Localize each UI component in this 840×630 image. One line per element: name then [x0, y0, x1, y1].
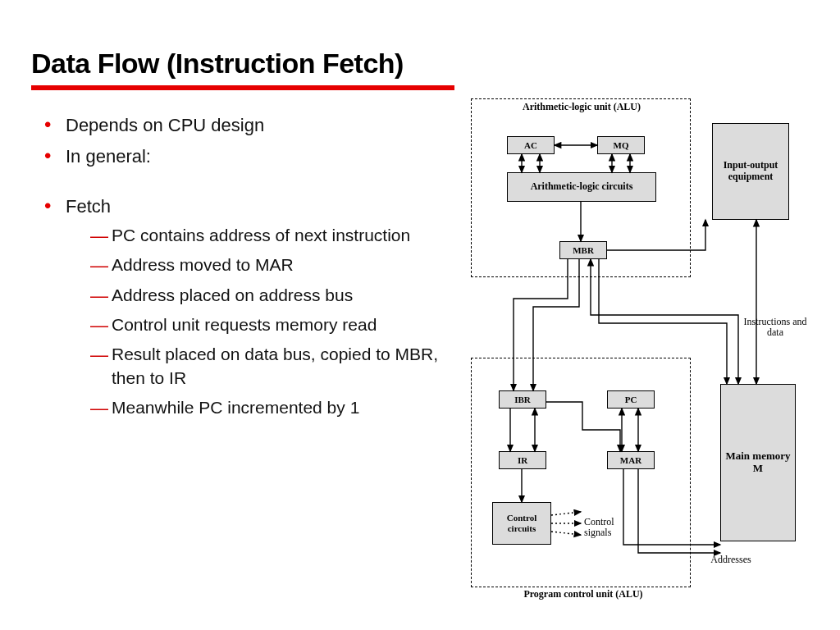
dash-list: PC contains address of next instruction … — [66, 224, 443, 419]
alu-circuits-block: Arithmetic-logic circuits — [507, 172, 656, 202]
control-signals-label: Control signals — [584, 517, 633, 538]
dash-item: PC contains address of next instruction — [66, 224, 443, 247]
dash-item: Address moved to MAR — [66, 253, 443, 276]
ir-register-block: IR — [499, 451, 546, 469]
control-circuits-block: Control circuits — [492, 502, 551, 545]
bullet-list: Depends on CPU design In general: — [41, 113, 443, 168]
ibr-register-block: IBR — [499, 390, 546, 409]
mq-register-block: MQ — [597, 136, 645, 154]
title-underline — [31, 85, 454, 90]
dash-item: Meanwhile PC incremented by 1 — [66, 396, 443, 419]
spacer — [41, 175, 443, 194]
alu-group-label: Arithmetic-logic unit (ALU) — [497, 102, 666, 112]
instructions-data-label: Instructions and data — [738, 317, 812, 338]
mar-register-block: MAR — [607, 451, 655, 469]
bullet-item: Fetch PC contains address of next instru… — [41, 194, 443, 419]
addresses-label: Addresses — [702, 555, 760, 565]
ac-register-block: AC — [507, 136, 555, 154]
pc-register-block: PC — [607, 390, 655, 409]
dash-item: Control unit requests memory read — [66, 313, 443, 336]
mbr-register-block: MBR — [559, 241, 607, 259]
bullet-item: In general: — [41, 144, 443, 169]
pcu-group-label: Program control unit (ALU) — [505, 589, 661, 600]
main-memory-block: Main memory M — [720, 384, 796, 541]
dash-item: Result placed on data bus, copied to MBR… — [66, 343, 443, 390]
slide-title: Data Flow (Instruction Fetch) — [31, 48, 404, 80]
dash-item: Address placed on address bus — [66, 284, 443, 307]
io-equipment-block: Input-output equipment — [712, 123, 789, 220]
bullet-label: Fetch — [66, 196, 111, 217]
bullet-item: Depends on CPU design — [41, 113, 443, 138]
architecture-diagram: Arithmetic-logic unit (ALU) AC MQ Arithm… — [459, 97, 829, 605]
slide-content: Depends on CPU design In general: Fetch … — [41, 113, 443, 426]
bullet-list: Fetch PC contains address of next instru… — [41, 194, 443, 419]
